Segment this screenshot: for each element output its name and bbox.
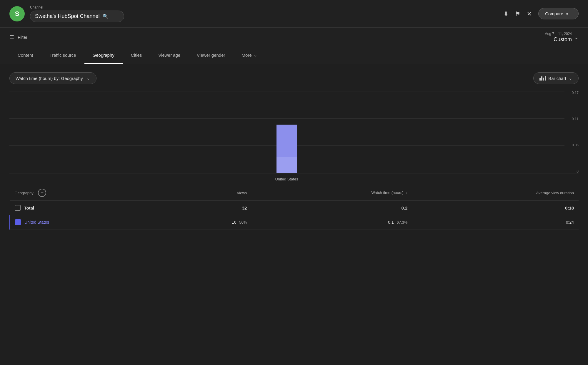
tab-cities[interactable]: Cities [123,47,150,64]
chart-controls: Watch time (hours) by: Geography ⌄ Bar c… [9,72,579,84]
date-range-dates: Aug 7 – 11, 2024 [545,32,572,36]
td-watch-time-us: 0.1 67.3% [251,215,412,230]
chart-type-selector[interactable]: Bar chart ⌄ [533,72,579,84]
watch-time-pct-us: 67.3% [397,220,407,225]
views-pct-us: 50% [239,220,247,225]
td-avg-duration-total: 0:18 [412,201,579,215]
top-header: S Channel Swetha's HubSpot Channel 🔍 ⬇ ⚑… [0,0,588,28]
y-label-1: 0.11 [572,117,579,121]
bar-group-us: United States [276,125,297,173]
download-button[interactable]: ⬇ [504,10,509,17]
tab-viewer-gender[interactable]: Viewer gender [189,47,233,64]
td-geography-total: Total [10,201,165,215]
td-views-total: 32 [165,201,251,215]
channel-label: Channel [30,5,124,9]
y-axis-labels: 0.17 0.11 0.06 0 [572,91,579,173]
y-label-2: 0.06 [572,143,579,147]
td-watch-time-total: 0.2 [251,201,412,215]
add-column-button[interactable]: + [38,189,46,197]
bars-container: United States [9,91,564,173]
search-icon: 🔍 [103,14,109,19]
tab-viewer-age[interactable]: Viewer age [150,47,189,64]
bar-x-label: United States [275,177,298,181]
metric-label: Watch time (hours) by: Geography [16,76,83,81]
flag-button[interactable]: ⚑ [515,10,520,17]
th-avg-view-duration: Average view duration [412,185,579,201]
channel-selector[interactable]: Swetha's HubSpot Channel 🔍 [30,11,124,22]
date-range-preset: Custom [554,36,572,43]
y-label-3: 0 [572,170,579,173]
td-views-us: 16 50% [165,215,251,230]
filter-label: Filter [18,35,27,40]
filter-icon: ☰ [9,34,14,41]
chart-type-label: Bar chart [548,76,566,81]
header-left: S Channel Swetha's HubSpot Channel 🔍 [9,5,124,22]
checkbox-total[interactable] [15,205,21,211]
channel-section: Channel Swetha's HubSpot Channel 🔍 [30,5,124,22]
top-right-icons: ⬇ ⚑ ✕ Compare to... [504,8,579,19]
bar-lower [276,157,297,173]
tab-content[interactable]: Content [9,47,41,64]
chart-area: 0.17 0.11 0.06 0 United States [9,91,579,173]
td-geography-us: United States [10,215,165,230]
table-row-us: United States 16 50% 0.1 67.3% 0:24 [10,215,579,230]
chevron-down-icon: ⌄ [86,76,90,81]
chevron-down-icon: ⌄ [254,52,257,58]
sort-arrow-icon: ↓ [406,191,408,195]
td-avg-duration-us: 0:24 [412,215,579,230]
bar-chart-icon [539,76,546,81]
avatar: S [9,6,25,21]
bar-upper [276,125,297,157]
tab-more[interactable]: More ⌄ [234,47,266,64]
geography-link-us[interactable]: United States [24,220,49,225]
channel-name: Swetha's HubSpot Channel [35,13,100,19]
y-label-0: 0.17 [572,91,579,95]
close-button[interactable]: ✕ [527,10,532,17]
date-range-selector[interactable]: Aug 7 – 11, 2024 Custom ⌄ [545,32,579,43]
chevron-down-icon: ⌄ [574,34,579,41]
filter-bar: ☰ Filter Aug 7 – 11, 2024 Custom ⌄ [0,28,588,47]
checkbox-us[interactable] [15,219,21,225]
main-content: Watch time (hours) by: Geography ⌄ Bar c… [0,64,588,238]
th-views: Views [165,185,251,201]
tab-traffic-source[interactable]: Traffic source [41,47,84,64]
filter-left: ☰ Filter [9,34,27,41]
data-table: Geography + Views Watch time (hours) ↓ [9,185,579,230]
compare-button[interactable]: Compare to... [538,8,579,19]
th-geography: Geography + [10,185,165,201]
th-watch-time: Watch time (hours) ↓ [251,185,412,201]
tab-geography[interactable]: Geography [84,47,123,64]
chevron-down-icon: ⌄ [569,76,572,81]
tabs-bar: Content Traffic source Geography Cities … [0,47,588,64]
date-range: Aug 7 – 11, 2024 Custom [545,32,572,43]
table-row-total: Total 32 0.2 0:18 [10,201,579,215]
metric-selector[interactable]: Watch time (hours) by: Geography ⌄ [9,72,96,84]
